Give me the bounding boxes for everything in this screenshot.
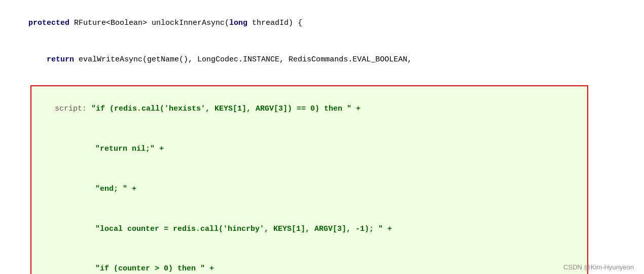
script-code-1: "return nil;" + [95,145,164,153]
code-container: protected RFuture<Boolean> unlockInnerAs… [0,0,644,83]
keyword-long: long [229,19,247,27]
script-code-2: "end; " + [95,185,136,193]
script-code-3: "local counter = redis.call('hincrby', K… [95,225,392,233]
method-name: unlockInnerAsync( [147,19,229,27]
script-line-2: "end; " + [37,169,582,210]
return-call: evalWriteAsync(getName(), LongCodec.INST… [74,55,412,64]
keyword-return: return [47,55,74,64]
line-return: return evalWriteAsync(getName(), LongCod… [10,42,634,78]
script-code-4: "if (counter > 0) then " + [95,264,214,273]
csdn-credit: CSDN @Kim-Hyunyeon [563,263,634,271]
script-block: script: "if (redis.call('hexists', KEYS[… [30,85,588,274]
script-label: script: [55,105,91,113]
script-line-3: "local counter = redis.call('hincrby', K… [37,209,582,249]
script-line-4: "if (counter > 0) then " + [37,249,582,274]
script-line-0: script: "if (redis.call('hexists', KEYS[… [37,89,582,129]
script-line-1: "return nil;" + [37,129,582,169]
keyword-protected: protected [28,19,74,27]
script-code-0: "if (redis.call('hexists', KEYS[1], ARGV… [91,105,361,113]
return-type: RFuture<Boolean> [74,19,147,27]
param-name: threadId) { [247,19,302,27]
line-method-signature: protected RFuture<Boolean> unlockInnerAs… [10,5,634,42]
return-indent [28,55,47,64]
